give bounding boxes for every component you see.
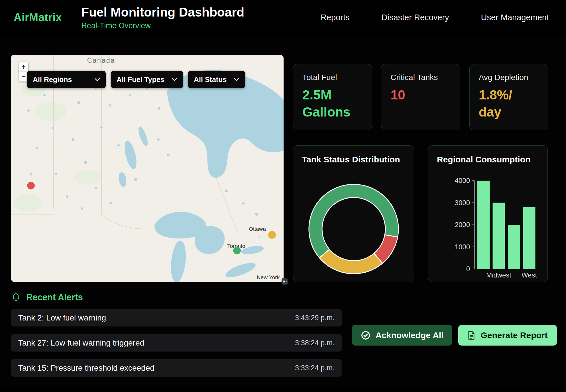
- map-marker-warning[interactable]: [268, 231, 276, 239]
- svg-text:0: 0: [466, 265, 470, 273]
- svg-text:4000: 4000: [455, 177, 470, 184]
- svg-text:3000: 3000: [455, 199, 470, 207]
- map-label-canada: Canada: [87, 57, 115, 64]
- svg-text:2000: 2000: [455, 221, 470, 228]
- page-subtitle: Real-Time Overview: [81, 21, 244, 30]
- tank-status-chart-title: Tank Status Distribution: [302, 155, 405, 164]
- map-panel[interactable]: Canada Ottawa Toronto New York + − All R…: [11, 55, 284, 282]
- nav-item-reports[interactable]: Reports: [321, 13, 350, 22]
- map-marker-critical[interactable]: [27, 182, 35, 189]
- status-filter-value: All Status: [194, 75, 227, 84]
- fuel-type-filter-value: All Fuel Types: [117, 75, 164, 84]
- nav-item-user-management[interactable]: User Management: [481, 13, 549, 22]
- svg-text:Midwest: Midwest: [486, 271, 511, 279]
- drag-handle-icon[interactable]: [282, 278, 288, 285]
- stats-row: Total Fuel 2.5M Gallons Critical Tanks 1…: [293, 64, 548, 130]
- stat-label-avg-depletion: Avg Depletion: [479, 73, 539, 82]
- stat-label-total-fuel: Total Fuel: [302, 73, 363, 82]
- nav-item-disaster-recovery[interactable]: Disaster Recovery: [382, 13, 449, 22]
- app-header: AirMatrix Fuel Monitoring Dashboard Real…: [0, 0, 566, 35]
- title-block: Fuel Monitoring Dashboard Real-Time Over…: [81, 5, 244, 30]
- fuel-type-filter-dropdown[interactable]: All Fuel Types: [111, 71, 183, 88]
- stat-card-critical-tanks: Critical Tanks 10: [381, 64, 460, 130]
- acknowledge-all-label: Acknowledge All: [376, 330, 444, 340]
- tank-status-donut-chart: [307, 182, 401, 276]
- document-icon: [467, 331, 475, 340]
- map-label-ottawa: Ottawa: [249, 226, 266, 232]
- stat-value-avg-depletion: 1.8%/ day: [479, 87, 539, 121]
- stat-card-total-fuel: Total Fuel 2.5M Gallons: [293, 64, 372, 130]
- alert-time: 3:43:29 p.m.: [295, 314, 335, 322]
- footer-strip: [0, 386, 566, 392]
- alert-row[interactable]: Tank 27: Low fuel warning triggered 3:38…: [11, 334, 342, 352]
- acknowledge-all-button[interactable]: Acknowledge All: [352, 325, 452, 346]
- chevron-down-icon: [172, 78, 177, 81]
- map-marker-normal[interactable]: [233, 247, 241, 254]
- region-filter-value: All Regions: [33, 75, 72, 84]
- alert-row[interactable]: Tank 15: Pressure threshold exceeded 3:3…: [11, 359, 342, 377]
- alert-text: Tank 2: Low fuel warning: [18, 313, 106, 322]
- tank-status-card: Tank Status Distribution: [293, 145, 414, 282]
- grip-dots-icon: [282, 279, 287, 284]
- generate-report-button[interactable]: Generate Report: [458, 325, 557, 346]
- map-label-new-york: New York: [257, 274, 280, 280]
- alert-text: Tank 27: Low fuel warning triggered: [18, 338, 144, 348]
- svg-text:1000: 1000: [455, 243, 470, 251]
- status-filter-dropdown[interactable]: All Status: [188, 71, 245, 88]
- recent-alerts-header: Recent Alerts: [11, 292, 83, 303]
- alert-time: 3:33:24 p.m.: [295, 364, 335, 372]
- regional-consumption-card: Regional Consumption 01000200030004000Mi…: [428, 145, 548, 282]
- stat-card-avg-depletion: Avg Depletion 1.8%/ day: [469, 64, 548, 130]
- regional-consumption-bar-chart: 01000200030004000MidwestWest: [437, 177, 539, 282]
- alert-time: 3:38:24 p.m.: [295, 339, 335, 347]
- stat-value-total-fuel: 2.5M Gallons: [302, 87, 363, 121]
- basemap: Canada Ottawa Toronto New York: [11, 55, 284, 282]
- page-title: Fuel Monitoring Dashboard: [81, 5, 244, 19]
- chevron-down-icon: [94, 78, 100, 81]
- generate-report-label: Generate Report: [481, 330, 547, 340]
- svg-text:West: West: [522, 271, 537, 279]
- check-circle-icon: [361, 330, 370, 340]
- stat-label-critical-tanks: Critical Tanks: [390, 73, 451, 82]
- bell-icon: [11, 293, 21, 302]
- alert-row[interactable]: Tank 2: Low fuel warning 3:43:29 p.m.: [11, 309, 342, 326]
- zoom-in-button[interactable]: +: [19, 62, 28, 72]
- alert-text: Tank 15: Pressure threshold exceeded: [18, 364, 154, 373]
- brand-logo: AirMatrix: [14, 11, 62, 24]
- chevron-down-icon: [234, 78, 239, 81]
- region-filter-dropdown[interactable]: All Regions: [27, 71, 106, 88]
- stat-value-critical-tanks: 10: [390, 87, 451, 104]
- main-nav: Reports Disaster Recovery User Managemen…: [321, 13, 552, 22]
- recent-alerts-title: Recent Alerts: [26, 292, 83, 303]
- map-filters: All Regions All Fuel Types All Status: [27, 71, 245, 88]
- regional-consumption-chart-title: Regional Consumption: [437, 155, 539, 164]
